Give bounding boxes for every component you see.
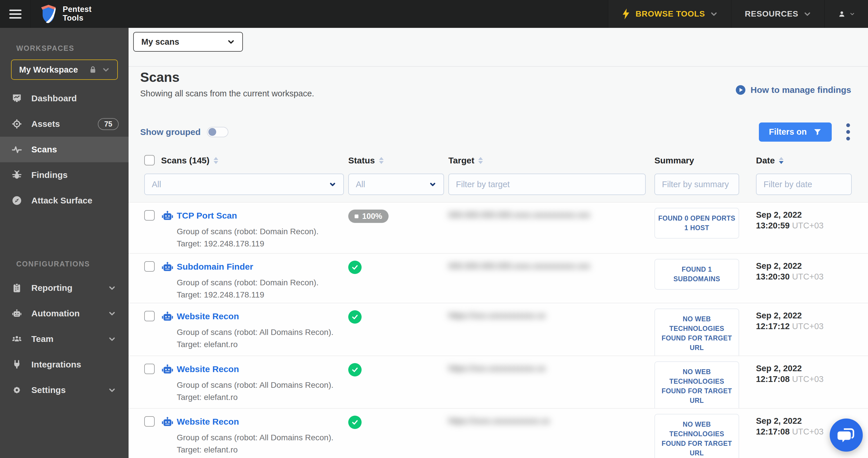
scan-name-link[interactable]: Website Recon xyxy=(177,311,239,321)
row-checkbox[interactable] xyxy=(144,364,155,374)
sidebar-item-team[interactable]: Team xyxy=(0,326,129,352)
filter-funnel-icon xyxy=(813,128,822,136)
browse-tools-menu[interactable]: BROWSE TOOLS xyxy=(608,0,731,28)
workspace-name: My Workspace xyxy=(19,65,89,74)
account-menu[interactable] xyxy=(825,0,868,28)
sidebar-item-label: Team xyxy=(31,334,53,344)
sidebar-item-dashboard[interactable]: Dashboard xyxy=(0,86,129,111)
scan-description: Group of scans (robot: All Domains Recon… xyxy=(177,380,334,390)
redacted-target: https://xxxx.xxxxxxxxxxx.xx xyxy=(448,416,550,426)
sidebar-item-settings[interactable]: Settings xyxy=(0,377,129,403)
plug-icon xyxy=(11,359,22,370)
check-icon xyxy=(351,366,359,373)
clipboard-icon xyxy=(11,283,22,293)
sidebar-item-label: Scans xyxy=(31,145,57,154)
row-checkbox[interactable] xyxy=(144,311,155,321)
show-grouped-toggle[interactable]: Show grouped xyxy=(140,127,228,137)
check-icon xyxy=(351,264,359,271)
column-header-scans: Scans (145) xyxy=(161,156,218,165)
target-filter-input[interactable] xyxy=(448,174,646,195)
sort-icon[interactable] xyxy=(478,157,483,164)
robot-scan-icon xyxy=(161,210,174,222)
scan-scope-select[interactable]: My scans xyxy=(133,32,243,52)
chevron-down-icon xyxy=(329,181,336,188)
table-row: Subdomain Finder Group of scans (robot: … xyxy=(129,253,868,303)
progress-badge: 100% xyxy=(348,210,389,223)
resources-label: RESOURCES xyxy=(745,9,798,19)
sidebar-item-reporting[interactable]: Reporting xyxy=(0,275,129,301)
compass-icon xyxy=(11,195,22,206)
people-icon xyxy=(11,334,22,344)
gear-icon xyxy=(11,385,22,395)
sidebar-item-findings[interactable]: Findings xyxy=(0,162,129,188)
scan-date: Sep 2, 2022 12:17:08 UTC+03 xyxy=(756,363,824,385)
scan-target-line: Target: elefant.ro xyxy=(177,393,238,402)
date-filter-input[interactable] xyxy=(756,174,852,195)
sidebar-item-automation[interactable]: Automation xyxy=(0,301,129,326)
summary-badge: NO WEB TECHNOLOGIES FOUND FOR TARGET URL xyxy=(654,361,739,411)
scan-description: Group of scans (robot: Domain Recon). xyxy=(177,278,319,287)
robot-icon xyxy=(11,308,22,319)
more-options-menu[interactable] xyxy=(844,122,852,142)
redacted-target: https://xxx.xxxxxxxxxxx.xx xyxy=(448,364,546,373)
sort-icon-active-desc[interactable] xyxy=(779,157,783,164)
redacted-target: 000.000.000.000.xxxx.xxxxxxxxxx.xxx xyxy=(448,210,590,220)
sidebar-item-label: Assets xyxy=(31,119,60,129)
robot-scan-icon xyxy=(161,416,174,428)
brand-logo[interactable]: Pentest Tools xyxy=(31,0,92,28)
sidebar-item-label: Settings xyxy=(31,385,66,395)
user-avatar-icon xyxy=(838,8,846,20)
how-to-manage-findings-link[interactable]: How to manage findings xyxy=(735,85,851,95)
scans-filter-select[interactable]: All xyxy=(144,174,344,195)
sidebar-item-assets[interactable]: Assets 75 xyxy=(0,111,129,137)
sidebar-item-attack-surface[interactable]: Attack Surface xyxy=(0,188,129,213)
column-header-summary: Summary xyxy=(654,156,694,165)
scan-date: Sep 2, 2022 13:20:59 UTC+03 xyxy=(756,210,824,231)
row-checkbox[interactable] xyxy=(144,261,155,272)
sidebar-item-scans[interactable]: Scans xyxy=(0,137,129,162)
scan-description: Group of scans (robot: Domain Recon). xyxy=(177,227,319,236)
lock-icon xyxy=(89,66,97,74)
select-all-checkbox[interactable] xyxy=(144,155,155,165)
sidebar-item-label: Findings xyxy=(31,170,68,180)
sidebar-item-label: Automation xyxy=(31,308,80,318)
scan-target-line: Target: 192.248.178.119 xyxy=(177,290,265,300)
finished-check-badge xyxy=(348,261,362,274)
chevron-down-icon xyxy=(102,66,110,73)
filters-on-button[interactable]: Filters on xyxy=(759,122,832,142)
sidebar-item-integrations[interactable]: Integrations xyxy=(0,352,129,377)
redacted-target: https://xxx.xxxxxxxxxxx.xx xyxy=(448,311,546,320)
row-checkbox[interactable] xyxy=(144,416,155,427)
toggle-switch[interactable] xyxy=(207,127,228,137)
scan-name-link[interactable]: Website Recon xyxy=(177,364,239,374)
scan-name-link[interactable]: Website Recon xyxy=(177,417,239,427)
sort-icon[interactable] xyxy=(214,157,218,164)
scan-target-line: Target: elefant.ro xyxy=(177,340,238,349)
column-header-target: Target xyxy=(448,156,483,165)
chevron-down-icon xyxy=(108,386,116,394)
sidebar-item-label: Integrations xyxy=(31,360,81,369)
lightning-icon xyxy=(622,8,630,20)
scan-name-link[interactable]: Subdomain Finder xyxy=(177,262,253,272)
configurations-section-label: CONFIGURATIONS xyxy=(16,260,129,268)
chat-widget-button[interactable] xyxy=(830,419,863,452)
status-filter-select[interactable]: All xyxy=(348,174,444,195)
scan-name-link[interactable]: TCP Port Scan xyxy=(177,211,237,221)
workspace-selector[interactable]: My Workspace xyxy=(11,60,118,80)
sidebar: WORKSPACES My Workspace Dashboard Assets… xyxy=(0,28,129,458)
row-checkbox[interactable] xyxy=(144,210,155,221)
brand-line2: Tools xyxy=(63,14,92,23)
resources-menu[interactable]: RESOURCES xyxy=(731,0,825,28)
topbar: Pentest Tools BROWSE TOOLS RESOURCES xyxy=(0,0,868,28)
browse-tools-label: BROWSE TOOLS xyxy=(636,9,705,19)
sidebar-item-label: Dashboard xyxy=(31,93,77,103)
hamburger-menu-button[interactable] xyxy=(0,0,31,28)
sidebar-item-label: Attack Surface xyxy=(31,195,92,206)
summary-filter-input[interactable] xyxy=(654,174,739,195)
scan-rows: TCP Port Scan Group of scans (robot: Dom… xyxy=(129,202,868,458)
scan-target-line: Target: 192.248.178.119 xyxy=(177,239,265,248)
finished-check-badge xyxy=(348,363,362,376)
sort-icon[interactable] xyxy=(379,157,384,164)
chevron-down-icon xyxy=(429,181,436,188)
table-row: TCP Port Scan Group of scans (robot: Dom… xyxy=(129,202,868,253)
